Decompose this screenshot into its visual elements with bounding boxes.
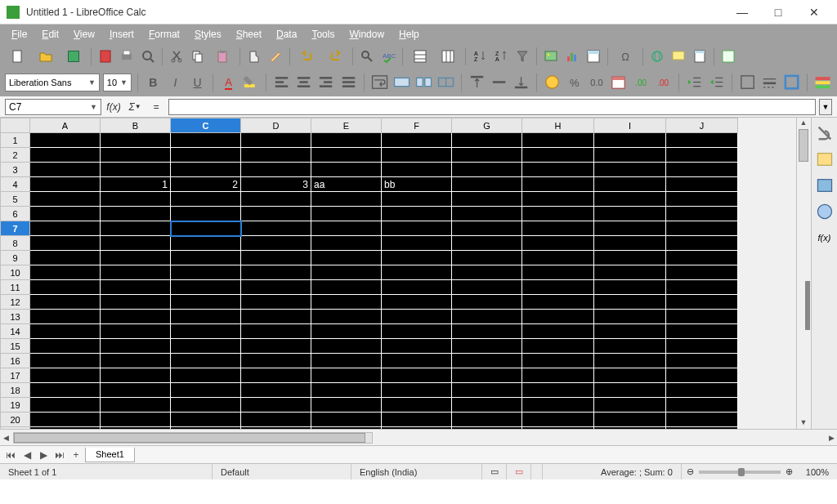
cell-G7[interactable] <box>452 221 522 236</box>
cell-D17[interactable] <box>241 368 311 383</box>
cell-A4[interactable] <box>30 177 101 192</box>
align-left-button[interactable] <box>272 73 291 92</box>
cell-D5[interactable] <box>241 192 311 207</box>
column-header-F[interactable]: F <box>382 118 452 133</box>
row-header-18[interactable]: 18 <box>1 383 30 398</box>
number-button[interactable]: 0.0 <box>587 73 606 92</box>
border-color-button[interactable] <box>782 73 801 92</box>
cell-A21[interactable] <box>30 427 101 430</box>
cell-H6[interactable] <box>522 207 594 221</box>
sort-desc-button[interactable]: ZA <box>491 47 511 66</box>
cell-G15[interactable] <box>452 339 522 354</box>
row-header-8[interactable]: 8 <box>1 236 30 251</box>
cell-E21[interactable] <box>311 427 382 430</box>
cell-E16[interactable] <box>311 354 382 368</box>
cell-J17[interactable] <box>666 368 738 383</box>
cell-F9[interactable] <box>382 251 452 265</box>
cell-B5[interactable] <box>101 192 171 207</box>
cell-I14[interactable] <box>594 324 666 339</box>
row-header-6[interactable]: 6 <box>1 207 30 221</box>
cell-C1[interactable] <box>171 133 241 148</box>
cell-A19[interactable] <box>30 398 101 413</box>
status-zoom[interactable]: 100% <box>798 464 837 479</box>
cell-A16[interactable] <box>30 354 101 368</box>
cell-F19[interactable] <box>382 398 452 413</box>
column-header-A[interactable]: A <box>30 118 101 133</box>
font-size-select[interactable]: 10▼ <box>103 74 132 91</box>
cell-D3[interactable] <box>241 163 311 177</box>
print-button[interactable] <box>117 47 137 66</box>
cell-I2[interactable] <box>594 148 666 163</box>
scroll-down-icon[interactable]: ▼ <box>799 418 808 428</box>
cell-H12[interactable] <box>522 295 594 310</box>
cell-G5[interactable] <box>452 192 522 207</box>
tab-next-button[interactable]: ▶ <box>36 448 51 462</box>
row-header-20[interactable]: 20 <box>1 413 30 427</box>
tab-last-button[interactable]: ⏭ <box>52 448 67 462</box>
menu-data[interactable]: Data <box>270 27 303 42</box>
cell-H20[interactable] <box>522 413 594 427</box>
cell-B13[interactable] <box>101 310 171 324</box>
cell-G20[interactable] <box>452 413 522 427</box>
cell-F2[interactable] <box>382 148 452 163</box>
wrap-text-button[interactable] <box>370 73 389 92</box>
cell-E17[interactable] <box>311 368 382 383</box>
pivot-button[interactable] <box>584 47 603 66</box>
cell-C14[interactable] <box>171 324 241 339</box>
undo-button[interactable] <box>294 47 320 66</box>
cell-F20[interactable] <box>382 413 452 427</box>
cell-D20[interactable] <box>241 413 311 427</box>
cell-D6[interactable] <box>241 207 311 221</box>
cell-G14[interactable] <box>452 324 522 339</box>
cell-C12[interactable] <box>171 295 241 310</box>
row-header-15[interactable]: 15 <box>1 339 30 354</box>
status-selection-mode[interactable]: ▭ <box>507 464 531 479</box>
cell-J11[interactable] <box>666 280 738 295</box>
cell-G6[interactable] <box>452 207 522 221</box>
column-header-H[interactable]: H <box>522 118 594 133</box>
cell-H7[interactable] <box>522 221 594 236</box>
cell-A18[interactable] <box>30 383 101 398</box>
remove-decimal-button[interactable]: .00 <box>654 73 673 92</box>
cell-E4[interactable]: aa <box>311 177 382 192</box>
cell-H11[interactable] <box>522 280 594 295</box>
cell-A14[interactable] <box>30 324 101 339</box>
cell-I19[interactable] <box>594 398 666 413</box>
cell-C18[interactable] <box>171 383 241 398</box>
cell-C19[interactable] <box>171 398 241 413</box>
cell-B2[interactable] <box>101 148 171 163</box>
border-style-button[interactable] <box>760 73 779 92</box>
cell-A7[interactable] <box>30 221 101 236</box>
cell-H3[interactable] <box>522 163 594 177</box>
cell-D13[interactable] <box>241 310 311 324</box>
cell-H13[interactable] <box>522 310 594 324</box>
cell-C6[interactable] <box>171 207 241 221</box>
cell-A2[interactable] <box>30 148 101 163</box>
new-button[interactable] <box>5 47 31 66</box>
row-header-13[interactable]: 13 <box>1 310 30 324</box>
cell-D8[interactable] <box>241 236 311 251</box>
cell-H21[interactable] <box>522 427 594 430</box>
row-header-10[interactable]: 10 <box>1 265 30 280</box>
cell-G3[interactable] <box>452 163 522 177</box>
cell-H16[interactable] <box>522 354 594 368</box>
cell-E14[interactable] <box>311 324 382 339</box>
cell-I9[interactable] <box>594 251 666 265</box>
cell-F5[interactable] <box>382 192 452 207</box>
row-header-11[interactable]: 11 <box>1 280 30 295</box>
cell-H15[interactable] <box>522 339 594 354</box>
cell-J16[interactable] <box>666 354 738 368</box>
insert-chart-button[interactable] <box>562 47 582 66</box>
menu-styles[interactable]: Styles <box>188 27 228 42</box>
cell-J18[interactable] <box>666 383 738 398</box>
cell-B18[interactable] <box>101 383 171 398</box>
menu-sheet[interactable]: Sheet <box>230 27 268 42</box>
underline-button[interactable]: U <box>188 73 207 92</box>
row-header-21[interactable]: 21 <box>1 427 30 430</box>
cell-J5[interactable] <box>666 192 738 207</box>
cell-E8[interactable] <box>311 236 382 251</box>
menu-help[interactable]: Help <box>392 27 426 42</box>
cell-D15[interactable] <box>241 339 311 354</box>
cell-D16[interactable] <box>241 354 311 368</box>
cell-F14[interactable] <box>382 324 452 339</box>
